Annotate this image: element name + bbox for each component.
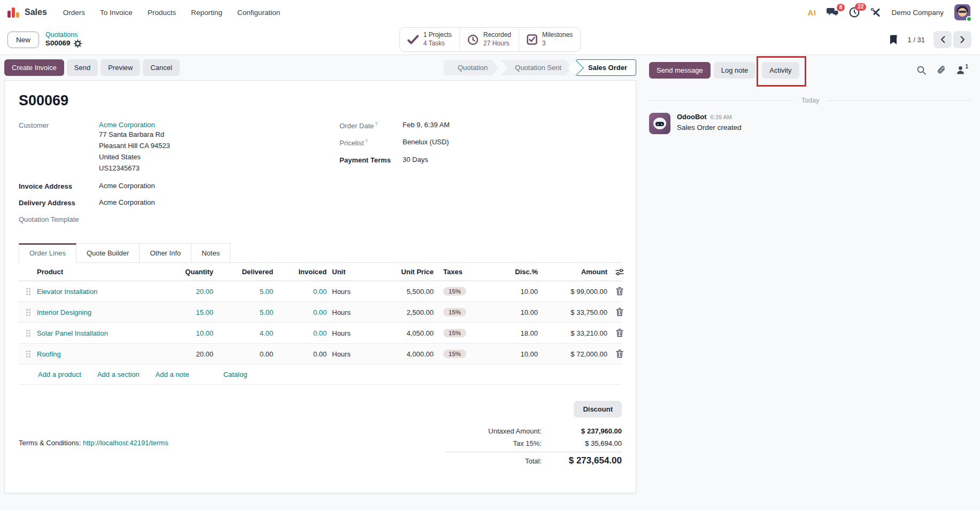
drag-handle-icon[interactable] (19, 329, 37, 337)
menu-configuration[interactable]: Configuration (237, 9, 280, 17)
pager-next-button[interactable] (953, 31, 971, 48)
taxes-cell[interactable]: 15% (434, 350, 487, 358)
send-button[interactable]: Send (67, 59, 98, 76)
menu-reporting[interactable]: Reporting (191, 9, 222, 17)
discount-button[interactable]: Discount (574, 401, 622, 417)
tab-quote-builder[interactable]: Quote Builder (76, 243, 140, 262)
catalog-link[interactable]: Catalog (223, 370, 248, 378)
table-row[interactable]: Elevator Installation 20.00 5.00 0.00 Ho… (19, 281, 622, 302)
company-switcher[interactable]: Demo Company (891, 9, 944, 17)
user-avatar[interactable] (954, 4, 970, 20)
customer-link[interactable]: Acme Corporation (99, 121, 155, 129)
invoiced-cell[interactable]: 0.00 (273, 308, 327, 316)
add-section-link[interactable]: Add a section (97, 370, 140, 378)
table-row[interactable]: Solar Panel Installation 10.00 4.00 0.00… (19, 323, 622, 344)
unit-cell[interactable]: Hours (327, 308, 364, 316)
status-step-quotation-sent[interactable]: Quotation Sent (501, 60, 572, 75)
quantity-cell[interactable]: 20.00 (160, 350, 213, 358)
unit-price-cell[interactable]: 5,500.00 (364, 288, 434, 296)
record-actions-gear-icon[interactable] (74, 40, 82, 48)
header-invoiced[interactable]: Invoiced (273, 268, 327, 276)
bookmark-button[interactable] (890, 35, 899, 45)
taxes-cell[interactable]: 15% (434, 287, 487, 296)
unit-price-cell[interactable]: 4,050.00 (364, 329, 434, 337)
header-unit-price[interactable]: Unit Price (364, 268, 434, 276)
add-product-link[interactable]: Add a product (38, 370, 81, 378)
delivered-cell[interactable]: 5.00 (213, 308, 273, 316)
tab-notes[interactable]: Notes (191, 243, 230, 262)
delivered-cell[interactable]: 0.00 (213, 350, 273, 358)
unit-price-cell[interactable]: 2,500.00 (364, 308, 434, 316)
invoice-address-value[interactable]: Acme Corporation (99, 182, 155, 190)
preview-button[interactable]: Preview (101, 59, 140, 76)
quantity-cell[interactable]: 15.00 (160, 308, 213, 316)
header-disc[interactable]: Disc.% (487, 268, 538, 276)
order-date-value[interactable]: Feb 9, 6:39 AM (403, 121, 450, 130)
table-row[interactable]: Roofing 20.00 0.00 0.00 Hours 4,000.00 1… (19, 344, 622, 365)
header-unit[interactable]: Unit (327, 268, 364, 276)
header-amount[interactable]: Amount (538, 268, 607, 276)
header-quantity[interactable]: Quantity (160, 268, 213, 276)
payment-terms-value[interactable]: 30 Days (403, 156, 428, 164)
cancel-button[interactable]: Cancel (143, 59, 179, 76)
pager-previous-button[interactable] (933, 31, 952, 48)
quantity-cell[interactable]: 20.00 (160, 288, 213, 296)
followers-button[interactable]: 1 (956, 66, 968, 74)
tools-button[interactable] (870, 7, 881, 18)
search-messages-button[interactable] (917, 66, 926, 75)
activity-button[interactable]: Activity (762, 62, 799, 79)
header-product[interactable]: Product (37, 268, 160, 276)
delete-row-button[interactable] (616, 329, 623, 337)
terms-link[interactable]: http://localhost:42191/terms (83, 439, 168, 447)
log-note-button[interactable]: Log note (714, 62, 756, 79)
activities-button[interactable]: 22 (849, 7, 860, 18)
status-step-quotation[interactable]: Quotation (444, 60, 498, 75)
pricelist-value[interactable]: Benelux (USD) (403, 138, 449, 147)
invoiced-cell[interactable]: 0.00 (273, 350, 327, 358)
create-invoice-button[interactable]: Create Invoice (4, 59, 64, 76)
delete-row-button[interactable] (616, 350, 623, 358)
invoiced-cell[interactable]: 0.00 (273, 288, 327, 296)
disc-cell[interactable]: 18.00 (487, 329, 538, 337)
ai-icon[interactable]: AI (807, 8, 816, 17)
product-cell[interactable]: Elevator Installation (37, 288, 160, 296)
unit-price-cell[interactable]: 4,000.00 (364, 350, 434, 358)
delete-row-button[interactable] (616, 287, 623, 296)
optional-columns-icon[interactable] (615, 268, 624, 276)
unit-cell[interactable]: Hours (327, 350, 364, 358)
new-button[interactable]: New (7, 32, 39, 48)
table-row[interactable]: Interior Designing 15.00 5.00 0.00 Hours… (19, 302, 622, 323)
stat-button-recorded-hours[interactable]: Recorded 27 Hours (459, 28, 519, 51)
unit-cell[interactable]: Hours (327, 288, 364, 296)
taxes-cell[interactable]: 15% (434, 308, 487, 316)
tab-other-info[interactable]: Other Info (140, 243, 191, 262)
product-cell[interactable]: Interior Designing (37, 308, 160, 316)
header-delivered[interactable]: Delivered (213, 268, 273, 276)
product-cell[interactable]: Roofing (37, 350, 160, 358)
drag-handle-icon[interactable] (19, 288, 37, 295)
delivery-address-value[interactable]: Acme Corporation (99, 198, 155, 207)
stat-button-milestones[interactable]: Milestones 3 (519, 28, 580, 51)
drag-handle-icon[interactable] (19, 308, 37, 316)
delete-row-button[interactable] (616, 308, 623, 316)
disc-cell[interactable]: 10.00 (487, 288, 538, 296)
messages-button[interactable]: 8 (827, 7, 838, 18)
taxes-cell[interactable]: 15% (434, 329, 487, 337)
message-author[interactable]: OdooBot (677, 113, 707, 121)
tab-order-lines[interactable]: Order Lines (19, 243, 76, 263)
odoo-logo-icon[interactable] (7, 7, 19, 18)
app-menu-sales[interactable]: Sales (25, 7, 47, 17)
delivered-cell[interactable]: 4.00 (213, 329, 273, 337)
status-step-sales-order[interactable]: Sales Order (576, 59, 636, 76)
delivered-cell[interactable]: 5.00 (213, 288, 273, 296)
quantity-cell[interactable]: 10.00 (160, 329, 213, 337)
menu-products[interactable]: Products (148, 9, 176, 17)
unit-cell[interactable]: Hours (327, 329, 364, 337)
invoiced-cell[interactable]: 0.00 (273, 329, 327, 337)
add-note-link[interactable]: Add a note (156, 370, 189, 378)
product-cell[interactable]: Solar Panel Installation (37, 329, 160, 337)
attach-files-button[interactable] (937, 65, 946, 75)
send-message-button[interactable]: Send message (649, 62, 711, 79)
menu-orders[interactable]: Orders (63, 9, 85, 17)
menu-to-invoice[interactable]: To Invoice (100, 9, 133, 17)
